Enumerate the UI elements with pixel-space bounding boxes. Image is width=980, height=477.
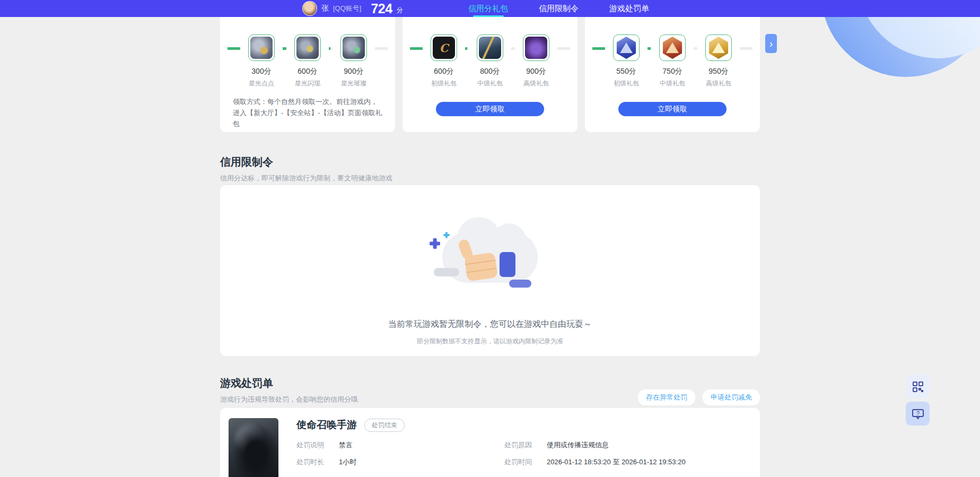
gift-item-icon	[343, 37, 365, 59]
tab-credit-gifts[interactable]: 信用分礼包	[468, 0, 508, 17]
user-account-type: [QQ账号]	[333, 4, 361, 13]
carousel-next-button[interactable]: ›	[765, 34, 777, 53]
empty-state-illustration	[426, 216, 554, 306]
milestone-name: 初级礼包	[614, 79, 639, 88]
gift-icon-frame	[431, 34, 457, 61]
navbar-inner: 张 [QQ账号] 724 分 信用分礼包 信用限制令 游戏处罚单	[220, 0, 760, 17]
restriction-subtitle: 信用分达标，即可解除游戏行为限制，要文明健康地游戏	[220, 174, 392, 183]
user-name: 张	[321, 4, 329, 13]
gift-icon-frame	[477, 34, 503, 61]
milestone-score: 900分	[344, 67, 363, 76]
milestone-connector	[283, 47, 286, 50]
punishment-section-header: 游戏处罚单 游戏行为违规导致处罚，会影响您的信用分哦	[220, 376, 358, 404]
milestone-score: 300分	[251, 67, 271, 76]
gift-card-starlight: 300分 星光点点 600分 星光闪现 900分 星光璀璨	[220, 17, 395, 132]
milestone: 600分 初级礼包	[423, 34, 465, 88]
claim-now-button[interactable]: 立即领取	[618, 102, 727, 116]
milestone-name: 高级礼包	[523, 79, 549, 88]
restriction-section-header: 信用限制令 信用分达标，即可解除游戏行为限制，要文明健康地游戏	[220, 155, 392, 183]
user-avatar	[302, 1, 317, 16]
field-label: 处罚时间	[504, 457, 547, 467]
field-row: 处罚时间 2026-01-12 18:53:20 至 2026-01-12 19…	[504, 457, 760, 467]
gift-icon-frame	[340, 34, 367, 61]
user-summary: 张 [QQ账号] 724 分	[302, 0, 403, 17]
milestone-score: 550分	[616, 67, 636, 76]
abnormal-punishment-link[interactable]: 存在异常处罚	[638, 389, 695, 405]
milestone-connector	[511, 47, 515, 50]
help-bubble-icon: ?	[911, 407, 925, 421]
claim-now-button[interactable]: 立即领取	[436, 102, 544, 116]
punishment-links: 存在异常处罚 申请处罚减免	[638, 389, 760, 405]
gift-item-icon	[296, 37, 319, 59]
field-row: 处罚原因 使用或传播违规信息	[504, 440, 760, 450]
milestone-name: 星光点点	[249, 79, 274, 88]
empty-state-note-text: 部分限制数据不支持显示，请以游戏内限制记录为准	[220, 337, 760, 346]
plus-icon	[443, 232, 450, 238]
milestone-track: 600分 初级礼包 800分 中级礼包 900分 高级礼包	[402, 34, 578, 88]
gift-card-row: 300分 星光点点 600分 星光闪现 900分 星光璀璨	[220, 17, 760, 132]
svg-text:?: ?	[916, 410, 919, 416]
chevron-right-icon: ›	[769, 38, 773, 50]
top-navbar: 张 [QQ账号] 724 分 信用分礼包 信用限制令 游戏处罚单	[0, 0, 980, 17]
track-lead-segment	[228, 47, 240, 50]
milestone-score: 950分	[708, 67, 728, 76]
tab-credit-restrictions[interactable]: 信用限制令	[539, 0, 579, 17]
punishment-info: 使命召唤手游 处罚结束 处罚说明 禁言 处罚原因 使用或传播违规信息 处罚时长 …	[278, 418, 760, 477]
gift-item-icon	[525, 37, 547, 59]
gift-icon-frame	[294, 34, 321, 61]
track-lead-segment	[410, 47, 423, 50]
field-value: 禁言	[339, 440, 353, 450]
milestone-track: 300分 星光点点 600分 星光闪现 900分 星光璀璨	[220, 34, 395, 88]
blue-card-shape	[500, 252, 515, 277]
track-tail-segment	[557, 47, 570, 50]
floating-widget-bar: ?	[906, 375, 930, 426]
game-title: 使命召唤手游	[296, 418, 357, 432]
milestone-track: 550分 初级礼包 750分 中级礼包 950分 高级礼包	[585, 34, 760, 88]
milestone-connector	[465, 47, 469, 50]
milestone-name: 高级礼包	[706, 79, 731, 88]
punishment-subtitle: 游戏行为违规导致处罚，会影响您的信用分哦	[220, 395, 358, 404]
restriction-title: 信用限制令	[220, 155, 392, 169]
milestone: 300分 星光点点	[240, 34, 283, 88]
milestone: 900分 高级礼包	[515, 34, 557, 88]
gift-icon-frame	[613, 34, 640, 61]
milestone: 950分 高级礼包	[697, 34, 740, 88]
track-lead-segment	[592, 47, 605, 50]
field-label: 处罚时长	[296, 457, 339, 467]
status-badge: 处罚结束	[364, 419, 405, 432]
track-tail-segment	[740, 47, 752, 50]
connector-progress	[465, 47, 467, 50]
punishment-record-card: 使命召唤手游 处罚结束 处罚说明 禁言 处罚原因 使用或传播违规信息 处罚时长 …	[220, 408, 760, 477]
claim-instructions: 领取方式：每个自然月领取一次。前往游戏内，进入【新大厅】-【安全站】-【活动】页…	[233, 96, 382, 129]
milestone-name: 星光闪现	[295, 79, 320, 88]
punishment-appeal-link[interactable]: 申请处罚减免	[703, 389, 760, 405]
punishment-record-header: 使命召唤手游 处罚结束	[296, 418, 760, 432]
credit-score-value: 724	[371, 1, 392, 16]
restriction-card: 当前常玩游戏暂无限制令，您可以在游戏中自由玩耍～ 部分限制数据不支持显示，请以游…	[220, 185, 760, 356]
qr-code-button[interactable]	[906, 375, 930, 398]
plus-icon	[430, 238, 440, 249]
punishment-fields: 处罚说明 禁言 处罚原因 使用或传播违规信息 处罚时长 1小时 处罚时间 202…	[296, 440, 760, 467]
tab-game-punishments[interactable]: 游戏处罚单	[609, 0, 649, 17]
milestone-name: 星光璀璨	[341, 79, 366, 88]
milestone-score: 800分	[480, 67, 500, 76]
milestone: 900分 星光璀璨	[332, 34, 375, 88]
field-row: 处罚说明 禁言	[296, 440, 504, 450]
milestone: 750分 中级礼包	[651, 34, 694, 88]
milestone: 550分 初级礼包	[605, 34, 648, 88]
gift-card-codm: 600分 初级礼包 800分 中级礼包 900分 高级礼包	[402, 17, 578, 132]
gift-item-icon	[250, 37, 273, 59]
connector-progress	[329, 47, 330, 50]
gift-card-badges: 550分 初级礼包 750分 中级礼包 950分 高级礼包	[585, 17, 760, 132]
field-value: 使用或传播违规信息	[547, 440, 609, 450]
field-row: 处罚时长 1小时	[296, 457, 504, 467]
milestone: 600分 星光闪现	[286, 34, 329, 88]
credit-score-page: 张 [QQ账号] 724 分 信用分礼包 信用限制令 游戏处罚单 300分	[0, 0, 980, 477]
gift-item-icon	[707, 37, 730, 59]
thumbs-up-fist	[464, 252, 498, 282]
qr-code-icon	[912, 380, 924, 393]
help-button[interactable]: ?	[906, 402, 930, 426]
gift-icon-frame	[523, 34, 549, 61]
punishment-title: 游戏处罚单	[220, 376, 358, 391]
milestone-connector	[648, 47, 651, 50]
